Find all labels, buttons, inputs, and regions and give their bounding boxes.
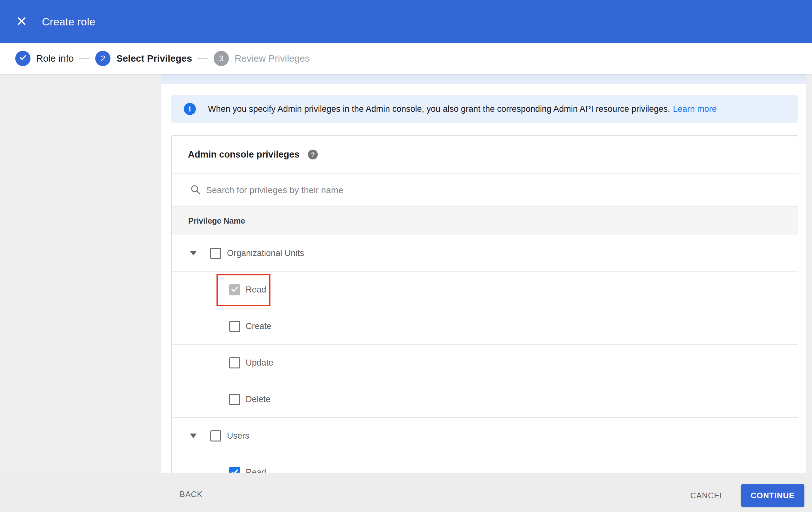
continue-button[interactable]: CONTINUE xyxy=(741,484,804,507)
search-row xyxy=(172,174,798,207)
checkbox-read[interactable] xyxy=(229,284,240,295)
privilege-row-read: Read xyxy=(172,272,798,308)
step1-label: Role info xyxy=(36,53,74,64)
step-select-privileges[interactable]: 2 Select Privileges xyxy=(95,51,192,66)
privilege-row-users: Users xyxy=(172,418,798,454)
main-content: i When you specify Admin privileges in t… xyxy=(161,74,806,473)
dialog-title: Create role xyxy=(42,16,95,28)
step3-circle: 3 xyxy=(214,51,229,66)
info-banner: i When you specify Admin privileges in t… xyxy=(171,95,798,123)
privilege-label: Read xyxy=(246,272,266,308)
table-header: Privilege Name xyxy=(172,207,798,235)
step-role-info[interactable]: Role info xyxy=(15,51,74,66)
help-icon[interactable]: ? xyxy=(308,150,318,159)
step2-label: Select Privileges xyxy=(116,53,192,64)
privilege-label: Read xyxy=(246,454,266,473)
step-review-privileges: 3 Review Privileges xyxy=(214,51,310,66)
privilege-label: Create xyxy=(246,308,271,345)
info-icon: i xyxy=(184,103,196,115)
privilege-row-delete: Delete xyxy=(172,381,798,418)
checkbox-organizational-units[interactable] xyxy=(210,248,221,259)
search-input[interactable] xyxy=(206,185,650,195)
privilege-label: Organizational Units xyxy=(227,235,304,272)
step2-circle: 2 xyxy=(95,51,111,66)
privilege-label: Update xyxy=(246,345,273,381)
appbar: ✕ Create role xyxy=(0,0,812,43)
back-button[interactable]: BACK xyxy=(180,490,203,499)
check-icon xyxy=(230,467,239,473)
stepper: Role info 2 Select Privileges 3 Review P… xyxy=(0,43,812,74)
learn-more-link[interactable]: Learn more xyxy=(673,104,717,114)
checkbox-update[interactable] xyxy=(229,357,240,369)
collapse-triangle-icon[interactable] xyxy=(190,251,197,255)
checkbox-read[interactable] xyxy=(229,467,240,473)
footer-actions: CANCEL CONTINUE xyxy=(690,473,804,512)
step-connector xyxy=(79,58,90,59)
check-icon xyxy=(230,285,239,295)
step3-label: Review Privileges xyxy=(235,53,310,64)
privilege-row-create: Create xyxy=(172,308,798,345)
checkbox-users[interactable] xyxy=(210,430,221,441)
admin-privileges-card: Admin console privileges ? Privilege Nam… xyxy=(171,135,799,473)
create-role-dialog: ✕ Create role Role info 2 Select Privile… xyxy=(0,0,812,512)
check-icon xyxy=(19,53,27,64)
step-connector xyxy=(198,58,208,59)
privilege-row-organizational-units: Organizational Units xyxy=(172,235,798,272)
card-title: Admin console privileges xyxy=(188,149,299,160)
privilege-label: Users xyxy=(227,418,250,454)
card-title-row: Admin console privileges ? xyxy=(172,136,798,174)
collapse-triangle-icon[interactable] xyxy=(190,434,197,438)
privilege-row-update: Update xyxy=(172,345,798,381)
checkbox-delete[interactable] xyxy=(229,394,240,405)
privilege-row-read: Read xyxy=(172,454,798,473)
step1-circle xyxy=(15,51,30,66)
search-icon xyxy=(190,184,201,197)
cancel-button[interactable]: CANCEL xyxy=(690,491,724,500)
scrolled-content-strip xyxy=(161,74,806,84)
close-icon[interactable]: ✕ xyxy=(12,0,31,43)
footer-bar: BACK CANCEL CONTINUE xyxy=(0,473,812,512)
info-banner-text: When you specify Admin privileges in the… xyxy=(208,104,670,114)
privilege-label: Delete xyxy=(246,381,270,418)
privileges-table: Organizational UnitsReadCreateUpdateDele… xyxy=(172,235,798,473)
column-header-privilege-name: Privilege Name xyxy=(188,216,245,225)
checkbox-create[interactable] xyxy=(229,321,240,332)
body-area: i When you specify Admin privileges in t… xyxy=(0,74,812,473)
